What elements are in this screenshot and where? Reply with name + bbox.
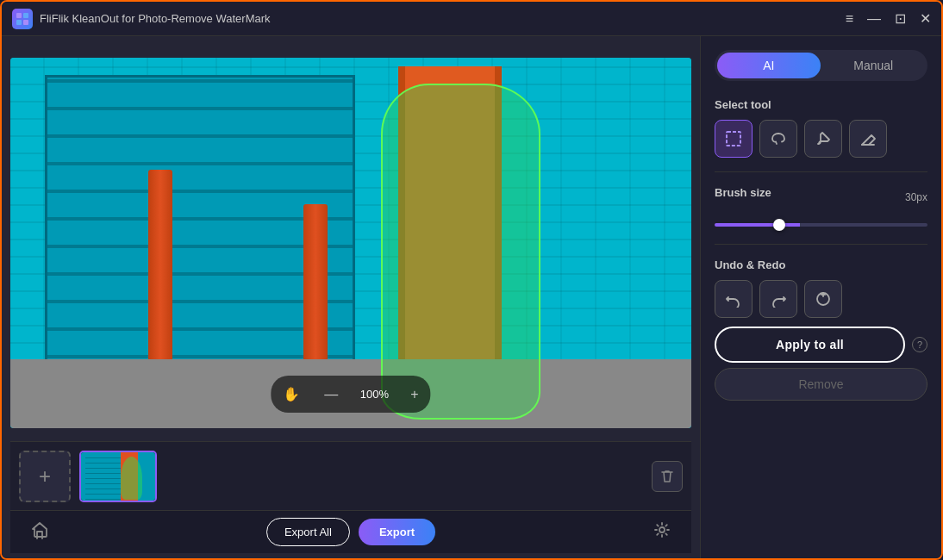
main-layout: ✋ — 100% + +: [2, 36, 941, 560]
close-button[interactable]: ✕: [920, 12, 931, 26]
tool-row: [715, 120, 927, 158]
zoom-out-button[interactable]: —: [319, 383, 343, 406]
selection-overlay[interactable]: [381, 84, 540, 420]
image-toolbar: ✋ — 100% +: [271, 376, 430, 413]
home-button[interactable]: [24, 517, 55, 548]
thumbnail-item[interactable]: [79, 451, 157, 502]
svg-rect-5: [727, 132, 740, 146]
pillar-right: [303, 204, 328, 376]
divider-1: [715, 171, 927, 172]
info-icon[interactable]: ?: [912, 337, 927, 352]
app-title: FliFlik KleanOut for Photo-Remove WaterM…: [40, 12, 271, 25]
photo-scene[interactable]: [10, 58, 691, 428]
select-tool-section: Select tool: [715, 98, 927, 158]
reset-button[interactable]: [804, 280, 842, 318]
brush-tool-button[interactable]: [804, 120, 842, 158]
export-button[interactable]: Export: [359, 519, 435, 545]
minimize-button[interactable]: —: [867, 12, 881, 26]
svg-rect-2: [16, 20, 22, 25]
settings-button[interactable]: [646, 517, 678, 548]
apply-to-all-button[interactable]: Apply to all: [715, 327, 905, 363]
svg-rect-0: [16, 13, 22, 18]
undo-redo-section: Undo & Redo: [715, 258, 927, 318]
canvas-area: ✋ — 100% + +: [2, 36, 700, 560]
add-image-button[interactable]: +: [19, 451, 71, 502]
brush-size-label: Brush size: [715, 186, 771, 199]
brush-size-slider[interactable]: [715, 223, 927, 227]
manual-mode-button[interactable]: Manual: [822, 53, 926, 78]
redo-button[interactable]: [759, 280, 797, 318]
undo-redo-row: [715, 280, 927, 318]
remove-button: Remove: [715, 368, 927, 401]
rectangle-tool-button[interactable]: [715, 120, 753, 158]
svg-rect-1: [23, 13, 28, 18]
brush-size-section: Brush size 30px: [715, 186, 927, 230]
thumb-person: [121, 457, 142, 500]
main-image: ✋ — 100% +: [10, 58, 691, 428]
window-controls: ≡ — ⊡ ✕: [846, 12, 931, 26]
app-icon: [12, 9, 33, 29]
title-bar: FliFlik KleanOut for Photo-Remove WaterM…: [2, 2, 941, 36]
brush-size-value: 30px: [905, 191, 927, 203]
svg-rect-3: [23, 20, 28, 25]
brush-size-row: Brush size 30px: [715, 186, 927, 208]
zoom-in-button[interactable]: +: [405, 383, 423, 406]
undo-redo-label: Undo & Redo: [715, 258, 927, 271]
divider-2: [715, 244, 927, 245]
lasso-tool-button[interactable]: [759, 120, 797, 158]
export-all-button[interactable]: Export All: [266, 518, 350, 546]
pan-tool-button[interactable]: ✋: [278, 383, 305, 406]
export-buttons: Export All Export: [266, 518, 435, 546]
pillar-left: [148, 170, 172, 376]
mode-toggle: AI Manual: [715, 50, 927, 81]
erase-tool-button[interactable]: [849, 120, 887, 158]
right-panel: AI Manual Select tool: [700, 36, 941, 560]
title-bar-left: FliFlik KleanOut for Photo-Remove WaterM…: [12, 9, 271, 29]
maximize-button[interactable]: ⊡: [895, 12, 906, 26]
svg-point-4: [659, 527, 665, 532]
delete-button[interactable]: [652, 461, 683, 492]
apply-section: Apply to all ? Remove: [715, 335, 927, 401]
thumb-scene: [81, 452, 155, 501]
filmstrip: +: [10, 441, 691, 510]
menu-button[interactable]: ≡: [846, 12, 853, 26]
apply-info-row: Apply to all ?: [715, 327, 927, 363]
bottom-bar: Export All Export: [10, 510, 691, 553]
image-container: ✋ — 100% +: [10, 45, 691, 441]
ai-mode-button[interactable]: AI: [717, 53, 821, 78]
select-tool-label: Select tool: [715, 98, 927, 111]
undo-button[interactable]: [715, 280, 753, 318]
zoom-level: 100%: [357, 388, 391, 401]
